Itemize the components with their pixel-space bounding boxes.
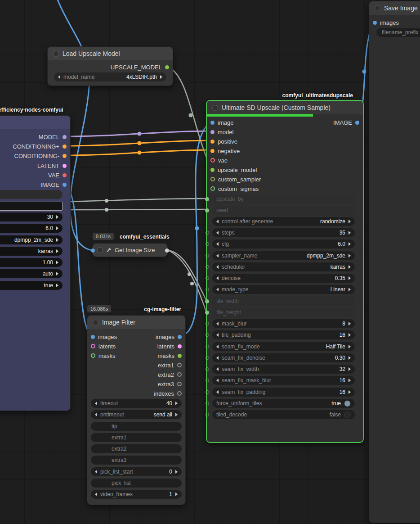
decrement-icon[interactable] (95, 402, 97, 405)
decrement-icon[interactable] (216, 242, 219, 246)
widget-extra2[interactable]: extra2 (91, 444, 182, 453)
node-title-bar[interactable]: Image Filter (87, 316, 185, 329)
prev-option-icon[interactable] (216, 345, 219, 348)
decrement-icon[interactable] (216, 367, 219, 371)
toggle-knob[interactable] (344, 411, 351, 418)
widget-input-pin[interactable] (205, 197, 209, 201)
output-pin-conditioning-positive[interactable] (63, 145, 67, 149)
widget-input-pin[interactable] (206, 265, 209, 269)
widget-extra3[interactable]: extra3 (91, 456, 182, 465)
increment-icon[interactable] (56, 226, 58, 230)
widget-text-input[interactable] (0, 202, 63, 211)
output-pin-size[interactable] (165, 248, 169, 253)
toggle-knob[interactable] (344, 400, 351, 407)
decrement-icon[interactable] (216, 379, 219, 382)
decrement-icon[interactable] (216, 276, 219, 280)
widget-input-pin[interactable] (206, 242, 209, 246)
output-pin-masks[interactable] (178, 354, 182, 358)
decrement-icon[interactable] (216, 333, 219, 337)
increment-icon[interactable] (56, 284, 58, 287)
output-pin-image[interactable] (63, 183, 67, 187)
node-graph-canvas[interactable]: MODEL CONDITIONING+ CONDITIONING- LATENT… (0, 0, 420, 524)
decrement-icon[interactable] (95, 470, 97, 474)
widget-denoise[interactable]: 1.00 (0, 258, 63, 267)
increment-icon[interactable] (349, 379, 351, 382)
node-load-upscale-model[interactable]: Load Upscale Model UPSCALE_MODEL model_n… (47, 46, 173, 86)
next-option-icon[interactable] (349, 265, 351, 269)
next-option-icon[interactable] (160, 75, 162, 79)
widget-input-pin[interactable] (206, 345, 209, 348)
widget-input-pin[interactable] (206, 288, 209, 291)
node-save-image[interactable]: Save Image images filename_prefix (369, 1, 420, 523)
decrement-icon[interactable] (216, 390, 219, 394)
increment-icon[interactable] (175, 470, 178, 474)
increment-icon[interactable] (175, 402, 178, 405)
node-title-bar[interactable]: Save Image (369, 1, 420, 15)
widget-pick-list-start[interactable]: pick_list_start 0 (91, 467, 182, 476)
increment-icon[interactable] (56, 261, 58, 264)
widget-tip[interactable]: tip (91, 422, 182, 431)
increment-icon[interactable] (56, 272, 58, 276)
widget-input-pin[interactable] (206, 356, 209, 360)
next-option-icon[interactable] (349, 288, 351, 291)
input-pin-upscale-model[interactable] (210, 168, 214, 172)
increment-icon[interactable] (349, 276, 351, 280)
widget-upscale-by[interactable]: upscale_by (212, 194, 355, 203)
output-pin-image[interactable] (355, 121, 359, 125)
prev-option-icon[interactable] (216, 265, 219, 269)
widget-true[interactable]: true (0, 281, 63, 290)
widget-auto[interactable]: auto (0, 269, 63, 278)
decrement-icon[interactable] (95, 492, 97, 496)
output-pin-extra1[interactable] (177, 363, 182, 367)
node-ultimate-sd-upscale[interactable]: Ultimate SD Upscale (Custom Sample) imag… (206, 100, 364, 443)
widget-sampler-name[interactable]: sampler_name dpmpp_2m_sde (212, 251, 355, 260)
widget-seam-fix-padding[interactable]: seam_fix_padding 16 (212, 388, 355, 397)
prev-option-icon[interactable] (58, 75, 60, 79)
node-image-filter[interactable]: Image Filter images latents masks images… (87, 315, 186, 505)
widget-input-pin[interactable] (206, 322, 209, 325)
widget-pick-list[interactable]: pick_list (91, 479, 182, 488)
input-pin-custom-sigmas[interactable] (210, 186, 215, 191)
node-title-bar[interactable] (0, 116, 70, 129)
widget-scheduler[interactable]: karras (0, 247, 63, 256)
widget-cfg[interactable]: cfg 6.0 (212, 239, 355, 248)
widget-input-pin[interactable] (206, 333, 209, 337)
decrement-icon[interactable] (216, 322, 219, 325)
output-pin-latents[interactable] (178, 344, 182, 348)
widget-model-name[interactable]: model_name 4xLSDIR.pth (54, 72, 166, 81)
input-pin-model[interactable] (210, 130, 214, 134)
increment-icon[interactable] (349, 333, 351, 337)
next-option-icon[interactable] (349, 254, 351, 257)
decrement-icon[interactable] (216, 356, 219, 360)
output-pin-indexes[interactable] (177, 391, 182, 396)
output-pin-upscale-model[interactable] (165, 65, 169, 69)
widget-disabled[interactable] (0, 190, 63, 199)
collapse-dot[interactable] (212, 105, 218, 111)
increment-icon[interactable] (349, 390, 351, 394)
widget-extra1[interactable]: extra1 (91, 433, 182, 442)
widget-seam-fix-mode[interactable]: seam_fix_mode Half Tile (212, 342, 355, 351)
input-pin-negative[interactable] (210, 149, 214, 153)
widget-mode-type[interactable]: mode_type Linear (212, 285, 355, 294)
widget-tile-width[interactable]: tile_width (212, 297, 355, 306)
increment-icon[interactable] (349, 356, 351, 360)
widget-timeout[interactable]: timeout 40 (91, 399, 182, 408)
widget-seam-fix-mask-blur[interactable]: seam_fix_mask_blur 16 (212, 376, 355, 385)
widget-control-after-generate[interactable]: control after generate randomize (212, 217, 355, 226)
widget-input-pin[interactable] (205, 208, 209, 212)
next-option-icon[interactable] (349, 345, 351, 348)
output-pin-extra2[interactable] (177, 372, 182, 377)
input-pin-images[interactable] (373, 21, 377, 25)
next-option-icon[interactable] (175, 413, 178, 416)
widget-cfg[interactable]: 6.0 (0, 224, 63, 233)
widget-input-pin[interactable] (206, 379, 209, 382)
output-pin-latent[interactable] (63, 164, 67, 168)
widget-input-pin[interactable] (205, 299, 209, 303)
node-get-image-size[interactable]: Get Image Size (92, 243, 168, 257)
input-pin-custom-sampler[interactable] (210, 177, 215, 181)
increment-icon[interactable] (349, 242, 351, 246)
widget-video-frames[interactable]: video_frames 1 (91, 490, 182, 499)
collapse-dot[interactable] (53, 51, 59, 57)
prev-option-icon[interactable] (216, 254, 219, 257)
increment-icon[interactable] (349, 231, 351, 235)
